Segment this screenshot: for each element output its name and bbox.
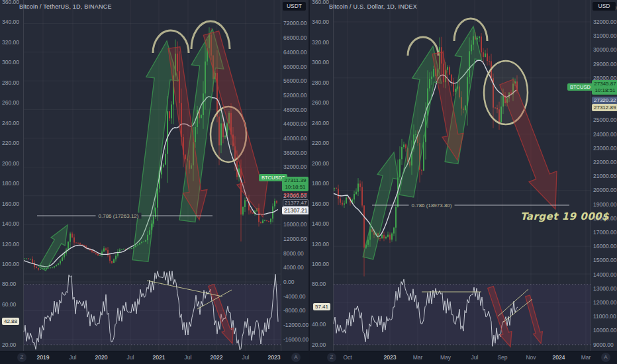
- indicator-axis-tick: 320.00: [312, 39, 329, 46]
- alert-price-label: 22346.57: [283, 192, 307, 199]
- time-axis-label[interactable]: Oct: [343, 354, 352, 361]
- time-axis-label[interactable]: 2022: [211, 354, 223, 361]
- indicator-axis-tick: 160.00: [2, 201, 19, 207]
- price-axis-tick: 31000.00: [593, 32, 616, 39]
- time-axis[interactable]: 2019Jul2020Jul2021Jul2022Jul2023: [0, 351, 308, 364]
- indicator-axis-tick: 140.00: [2, 220, 19, 227]
- indicator-axis-tick: 220.00: [2, 140, 19, 146]
- price-axis-tick: 16000.00: [593, 243, 616, 250]
- price-axis-tick: 24000.00: [593, 131, 616, 138]
- price-axis-tick: 8000.00: [283, 250, 304, 257]
- price-axis-tick: 29000.00: [593, 61, 616, 68]
- price-axis-tick: 20000.00: [593, 187, 616, 193]
- indicator-axis-tick: 120.00: [2, 241, 19, 248]
- price-axis-tick: -4000.00: [283, 293, 306, 300]
- last-price-badge: 27311.39 10:18:51: [282, 177, 308, 191]
- symbol-title: Bitcoin / TetherUS, 1D, BINANCE: [19, 3, 112, 10]
- indicator-axis-tick: 120.00: [312, 241, 329, 248]
- price-axis-tick: 0.00: [283, 279, 295, 285]
- time-axis-label[interactable]: Jul: [70, 354, 77, 361]
- indicator-axis-tick: 260.00: [2, 99, 19, 106]
- symbol-title: Bitcoin / U.S. Dollar, 1D, INDEX: [329, 3, 417, 10]
- price-axis-tick: 14000.00: [593, 271, 616, 278]
- price-axis-tick: 17000.00: [593, 229, 616, 236]
- timezone-button[interactable]: Z: [327, 353, 336, 362]
- price-axis-tick: 68000.00: [283, 34, 307, 41]
- price-axis-tick: 4000.00: [283, 264, 304, 271]
- indicator-axis-tick: 340.00: [312, 19, 329, 25]
- price-axis-tick: 40000.00: [283, 135, 307, 142]
- indicator-axis-tick: 200.00: [312, 160, 329, 167]
- symbol-badge[interactable]: BTCUSD: [567, 83, 593, 91]
- target-annotation[interactable]: Target 19 000$: [520, 210, 609, 222]
- indicator-axis-tick: 200.00: [2, 160, 19, 167]
- last-price-value: 27311.39: [283, 177, 308, 184]
- indicator-axis-tick: 300.00: [2, 59, 19, 66]
- indicator-axis-tick: 280.00: [2, 79, 19, 86]
- time-axis-label[interactable]: 2021: [153, 354, 166, 361]
- auto-scale-button[interactable]: A: [601, 353, 610, 362]
- auto-scale-button[interactable]: A: [291, 353, 301, 362]
- price-axis-tick: 16000.00: [283, 221, 307, 228]
- time-axis[interactable]: Oct2023MarMayJulSepNov2024Mar: [310, 351, 617, 364]
- time-axis-label[interactable]: Nov: [526, 354, 536, 361]
- indicator-axis-tick: 180.00: [2, 180, 19, 187]
- price-axis-tick: 13000.00: [593, 285, 616, 292]
- currency-toggle-button[interactable]: USD: [593, 2, 616, 11]
- bar-countdown: 10:18:51: [283, 184, 308, 191]
- indicator-axis-tick: 20.00: [312, 341, 326, 348]
- chart-panel-right: Bitcoin / U.S. Dollar, 1D, INDEX USD BTC…: [308, 0, 617, 364]
- fib-level-label[interactable]: 0.786 (17263.12): [96, 213, 142, 219]
- indicator-axis-tick: 340.00: [2, 19, 19, 25]
- indicator-axis-tick: 240.00: [2, 120, 19, 126]
- countdown-price-label: 21377.47: [283, 199, 308, 206]
- price-axis-tick: 72000.00: [283, 20, 307, 26]
- price-axis-tick: 36000.00: [283, 150, 307, 156]
- indicator-axis-tick: 360.00: [2, 0, 19, 5]
- time-axis-label[interactable]: Jul: [185, 354, 192, 361]
- time-axis-label[interactable]: May: [440, 354, 451, 361]
- price-axis-tick: 32000.00: [283, 163, 307, 170]
- price-axis-tick: 10000.00: [593, 327, 616, 334]
- indicator-axis-tick: 280.00: [312, 79, 329, 86]
- indicator-axis-tick: 100.00: [2, 261, 19, 267]
- price-axis-tick: 52000.00: [283, 92, 307, 99]
- indicator-axis-tick: 240.00: [312, 120, 329, 126]
- time-axis-label[interactable]: Mar: [581, 354, 591, 361]
- time-axis-label[interactable]: Jul: [242, 354, 250, 361]
- time-axis-label[interactable]: Sep: [497, 354, 507, 361]
- time-axis-label[interactable]: Jul: [471, 354, 479, 361]
- currency-toggle-button[interactable]: USDT: [283, 2, 306, 11]
- indicator-axis-tick: 300.00: [312, 59, 329, 66]
- indicator-axis-tick: 140.00: [312, 220, 329, 227]
- time-axis-label[interactable]: 2020: [95, 354, 108, 361]
- indicator-axis-tick: 180.00: [312, 180, 329, 187]
- bar-countdown: 10:18:51: [593, 87, 617, 94]
- close-price-label: 21307.21: [282, 206, 308, 214]
- rsi-value-badge: 42.88: [2, 318, 19, 325]
- line-price-label: 27320.32: [592, 97, 617, 104]
- price-axis-tick: 25000.00: [593, 116, 616, 123]
- timezone-button[interactable]: Z: [17, 353, 26, 362]
- price-axis-tick: 32000.00: [593, 19, 616, 25]
- chart-canvas[interactable]: [310, 0, 617, 351]
- time-axis-label[interactable]: 2023: [384, 354, 397, 361]
- price-axis-tick: 19000.00: [593, 201, 616, 208]
- drawing-price-label: 27312.89: [592, 104, 617, 111]
- time-axis-label[interactable]: 2019: [37, 354, 50, 361]
- rsi-value-badge: 57.41: [313, 303, 330, 310]
- indicator-axis-tick: 80.00: [2, 281, 16, 287]
- time-axis-label[interactable]: Jul: [127, 354, 134, 361]
- time-axis-label[interactable]: Mar: [413, 354, 423, 361]
- time-axis-label[interactable]: 2023: [268, 354, 281, 361]
- price-axis-tick: 56000.00: [283, 77, 307, 84]
- price-axis-tick: 48000.00: [283, 107, 307, 113]
- price-axis-tick: 64000.00: [283, 49, 307, 56]
- price-axis-tick: 30000.00: [593, 46, 616, 53]
- chart-panel-left: Bitcoin / TetherUS, 1D, BINANCE USDT BTC…: [0, 0, 308, 364]
- price-axis-tick: 9000.00: [593, 341, 614, 348]
- fib-level-label[interactable]: 0.786 (18973.80): [409, 203, 455, 208]
- price-axis-tick: 12000.00: [283, 236, 307, 242]
- time-axis-label[interactable]: 2024: [553, 354, 565, 361]
- indicator-axis-tick: 80.00: [312, 281, 326, 287]
